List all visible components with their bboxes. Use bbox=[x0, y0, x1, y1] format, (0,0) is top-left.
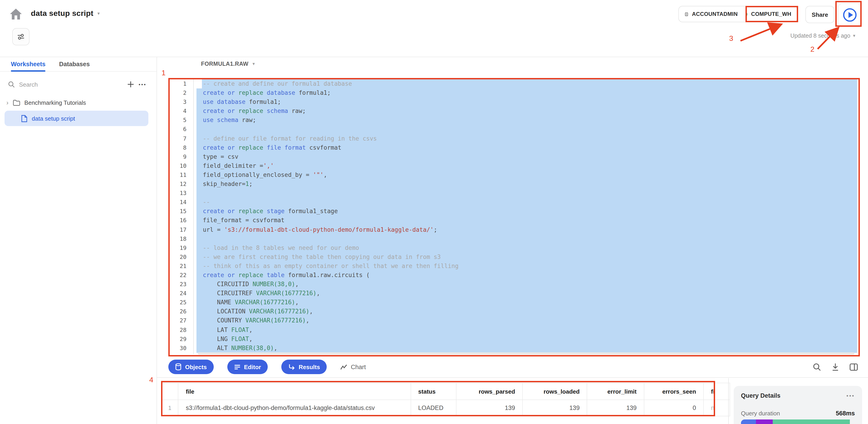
code-token: NAME bbox=[203, 299, 235, 306]
code-line[interactable]: create or replace table formula1.raw.cir… bbox=[196, 271, 857, 280]
code-line[interactable]: url = 's3://formula1-dbt-cloud-python-de… bbox=[196, 225, 857, 234]
table-cell[interactable]: s3://formula1-dbt-cloud-python-demo/form… bbox=[178, 400, 411, 416]
code-token: LNG bbox=[203, 335, 231, 342]
updated-status[interactable]: Updated 8 seconds ago ▾ bbox=[790, 33, 855, 39]
tab-databases[interactable]: Databases bbox=[59, 57, 90, 71]
sidebar: Worksheets Databases Search ••• › Benchm… bbox=[0, 57, 157, 424]
code-token: create or bbox=[203, 89, 239, 96]
code-line[interactable]: -- load in the 8 tables we need for our … bbox=[196, 243, 857, 252]
code-line[interactable]: -- we are first creating the table then … bbox=[196, 253, 857, 262]
code-line[interactable]: create or replace file format csvformat bbox=[196, 143, 857, 152]
results-table[interactable]: filestatusrows_parsedrows_loadederror_li… bbox=[161, 383, 730, 416]
code-token: -- bbox=[203, 199, 210, 205]
code-line[interactable]: field_optionally_enclosed_by = '"', bbox=[196, 170, 857, 180]
column-header[interactable]: error_limit bbox=[587, 383, 644, 400]
sidebar-search: Search ••• bbox=[8, 81, 147, 88]
sql-editor[interactable]: 1234567891011121314151617181920212223242… bbox=[170, 79, 857, 354]
column-header[interactable]: errors_seen bbox=[644, 383, 704, 400]
code-line[interactable]: -- create and define our formula1 databa… bbox=[202, 79, 857, 89]
column-header[interactable]: status bbox=[411, 383, 456, 400]
code-token: -- create and define our formula1 databa… bbox=[203, 80, 352, 87]
tab-databases-label: Databases bbox=[59, 61, 90, 68]
add-worksheet-button[interactable] bbox=[127, 81, 134, 88]
line-number: 29 bbox=[170, 334, 193, 344]
column-header[interactable]: rows_loaded bbox=[523, 383, 587, 400]
code-token: COUNTRY bbox=[203, 317, 245, 324]
share-button[interactable]: Share bbox=[805, 6, 834, 23]
home-button[interactable] bbox=[9, 7, 23, 21]
code-line[interactable]: create or replace stage formula1_stage bbox=[196, 207, 857, 216]
column-header[interactable]: fi bbox=[704, 383, 730, 400]
database-context-selector[interactable]: FORMULA1.RAW ▾ bbox=[201, 61, 255, 67]
sidebar-item-worksheet[interactable]: data setup script bbox=[4, 111, 148, 126]
code-line[interactable]: -- think of this as an empty container o… bbox=[196, 262, 857, 271]
table-cell[interactable]: 139 bbox=[523, 400, 587, 416]
duration-bar-segment bbox=[756, 420, 773, 424]
code-line[interactable]: CIRCUITREF VARCHAR(16777216), bbox=[196, 289, 857, 298]
line-number: 27 bbox=[170, 316, 193, 325]
role-label: ACCOUNTADMIN bbox=[692, 11, 738, 17]
code-line[interactable]: NAME VARCHAR(16777216), bbox=[196, 298, 857, 307]
code-line[interactable]: create or replace schema raw; bbox=[196, 107, 857, 116]
code-line[interactable]: -- bbox=[196, 198, 857, 207]
results-button[interactable]: Results bbox=[282, 360, 327, 374]
line-number: 30 bbox=[170, 344, 193, 353]
session-context-pill[interactable]: ACCOUNTADMIN COMPUTE_WH bbox=[678, 6, 798, 22]
code-line[interactable]: use schema raw; bbox=[196, 116, 857, 125]
code-line[interactable]: use database formula1; bbox=[196, 98, 857, 106]
code-line[interactable] bbox=[196, 125, 857, 134]
worksheet-file-icon bbox=[21, 115, 28, 122]
sidebar-item-folder[interactable]: › Benchmarking Tutorials bbox=[0, 96, 157, 109]
code-line[interactable]: skip_header=1; bbox=[196, 180, 857, 189]
search-input[interactable]: Search bbox=[19, 81, 123, 88]
code-line[interactable] bbox=[196, 234, 857, 243]
code-line[interactable]: LNG FLOAT, bbox=[196, 334, 857, 344]
filters-button[interactable] bbox=[12, 28, 30, 45]
table-cell[interactable]: 0 bbox=[644, 400, 704, 416]
tab-worksheets-label: Worksheets bbox=[11, 61, 45, 68]
split-view-button[interactable] bbox=[849, 363, 858, 371]
code-token: ALT bbox=[203, 345, 231, 351]
more-options-button[interactable]: ••• bbox=[138, 81, 147, 87]
search-results-button[interactable] bbox=[813, 363, 821, 371]
code-token: create or bbox=[203, 208, 239, 215]
editor-code[interactable]: -- create and define our formula1 databa… bbox=[194, 79, 857, 354]
table-cell[interactable]: n bbox=[704, 400, 730, 416]
code-token: , bbox=[295, 281, 299, 288]
code-line[interactable]: field_delimiter =',' bbox=[196, 161, 857, 170]
objects-button[interactable]: Objects bbox=[168, 360, 214, 374]
editor-button[interactable]: Editor bbox=[227, 360, 268, 374]
chart-tab[interactable]: Chart bbox=[340, 363, 366, 370]
code-token: raw; bbox=[291, 108, 306, 115]
code-line[interactable]: type = csv bbox=[196, 152, 857, 161]
query-details-menu-button[interactable]: ••• bbox=[846, 392, 855, 399]
code-line[interactable]: create or replace database formula1; bbox=[196, 89, 857, 98]
code-line[interactable]: LOCATION VARCHAR(16777216), bbox=[196, 307, 857, 316]
code-token: ; bbox=[434, 226, 437, 233]
code-line[interactable]: -- define our file format for reading in… bbox=[196, 134, 857, 143]
code-line[interactable]: file_format = csvformat bbox=[196, 216, 857, 225]
code-line[interactable]: LAT FLOAT, bbox=[196, 325, 857, 334]
code-line[interactable]: ALT NUMBER(38,0), bbox=[196, 344, 857, 353]
column-header[interactable]: file bbox=[178, 383, 411, 400]
download-results-button[interactable] bbox=[831, 363, 839, 371]
table-cell[interactable]: 139 bbox=[587, 400, 644, 416]
column-header[interactable]: rows_parsed bbox=[456, 383, 523, 400]
worksheet-title-menu[interactable]: data setup script ▾ bbox=[31, 9, 100, 18]
database-context-label: FORMULA1.RAW bbox=[201, 61, 248, 67]
editor-button-label: Editor bbox=[244, 363, 261, 370]
duration-bar-segment bbox=[773, 420, 850, 424]
editor-horizontal-scrollbar[interactable] bbox=[198, 352, 855, 355]
code-line[interactable] bbox=[196, 189, 857, 198]
table-cell[interactable]: LOADED bbox=[411, 400, 456, 416]
tab-worksheets[interactable]: Worksheets bbox=[11, 57, 45, 71]
column-header-rownum[interactable] bbox=[161, 383, 178, 400]
code-token: -- load in the 8 tables we need for our … bbox=[203, 244, 359, 251]
run-button[interactable] bbox=[838, 3, 861, 26]
code-line[interactable]: CIRCUITID NUMBER(38,0), bbox=[196, 280, 857, 289]
line-number: 21 bbox=[170, 262, 193, 271]
code-line[interactable]: COUNTRY VARCHAR(16777216), bbox=[196, 316, 857, 325]
code-token: replace bbox=[239, 208, 267, 215]
table-row[interactable]: 1s3://formula1-dbt-cloud-python-demo/for… bbox=[161, 400, 730, 416]
table-cell[interactable]: 139 bbox=[456, 400, 523, 416]
